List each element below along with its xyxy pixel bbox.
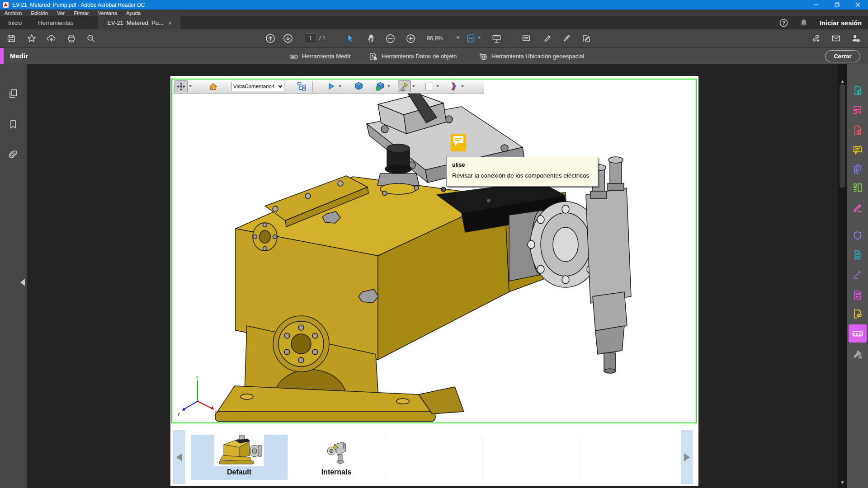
- attachments-icon[interactable]: [6, 148, 20, 162]
- orbit-dropdown-caret[interactable]: [189, 85, 192, 87]
- render-dropdown-caret[interactable]: [387, 85, 390, 87]
- favorites-star-icon[interactable]: [24, 31, 39, 46]
- right-tools-rail: [847, 64, 868, 488]
- view-cell-internals[interactable]: Internals: [288, 435, 385, 480]
- combine-files-icon[interactable]: [852, 163, 863, 175]
- print-icon[interactable]: [64, 31, 79, 46]
- measure-tool-button[interactable]: Herramienta Medir: [288, 48, 351, 65]
- menu-firmar[interactable]: Firmar: [74, 10, 89, 16]
- stamp-icon[interactable]: [852, 289, 863, 301]
- sign-in-link[interactable]: Iniciar sesión: [820, 19, 862, 27]
- notifications-bell-icon[interactable]: [800, 19, 808, 27]
- comment-note-icon[interactable]: [451, 134, 466, 151]
- tab-herramientas[interactable]: Herramientas: [30, 16, 81, 29]
- share-cloud-icon[interactable]: [44, 31, 58, 46]
- page-count-label: / 1: [319, 35, 326, 42]
- lighting-dropdown-caret[interactable]: [412, 85, 415, 87]
- section-dropdown-caret[interactable]: [461, 85, 464, 87]
- collapse-panel-arrow[interactable]: [20, 279, 25, 286]
- measure-bar: Medir Herramienta Medir Herramienta Dato…: [0, 47, 868, 64]
- scroll-down-icon[interactable]: ▼: [838, 478, 847, 486]
- restore-button[interactable]: [826, 0, 847, 9]
- more-tools-icon[interactable]: [852, 348, 863, 360]
- bookmarks-icon[interactable]: [6, 117, 20, 131]
- object-data-tool-button[interactable]: Herramienta Datos de objeto: [368, 48, 457, 65]
- menu-ver[interactable]: Ver: [57, 10, 65, 16]
- fill-sign-icon[interactable]: [579, 31, 594, 46]
- menu-ventana[interactable]: Ventana: [98, 10, 117, 16]
- page-up-icon[interactable]: [263, 31, 278, 46]
- tab-inicio[interactable]: Inicio: [0, 16, 30, 29]
- highlighter-icon[interactable]: [540, 31, 555, 46]
- create-pdf-icon[interactable]: [852, 124, 863, 136]
- view-cell-default[interactable]: Default: [191, 435, 288, 480]
- fill-and-sign-icon[interactable]: [852, 202, 863, 214]
- page-down-icon[interactable]: [281, 31, 295, 46]
- minimize-button[interactable]: [806, 0, 826, 9]
- display-mode-icon[interactable]: [489, 31, 504, 46]
- measure-bar-title: Medir: [10, 52, 28, 60]
- fit-dropdown-caret[interactable]: [477, 37, 481, 39]
- comment-tool-icon[interactable]: [852, 144, 863, 156]
- share-link-icon[interactable]: [809, 31, 823, 46]
- fit-page-icon[interactable]: [464, 31, 478, 46]
- lighting-lamp-icon[interactable]: [398, 80, 411, 92]
- play-animation-icon[interactable]: [326, 80, 337, 92]
- view-cell-empty-1[interactable]: [385, 435, 482, 480]
- hand-pan-icon[interactable]: [364, 31, 379, 46]
- render-cube-icon[interactable]: [353, 80, 365, 92]
- edit-pdf-icon[interactable]: [852, 104, 863, 116]
- menu-edicion[interactable]: Edición: [31, 10, 48, 16]
- send-for-comments-icon[interactable]: [852, 308, 863, 320]
- select-cursor-icon[interactable]: [343, 31, 358, 46]
- views-carousel: Default Internals: [170, 429, 698, 486]
- sticky-note-icon[interactable]: [519, 31, 533, 46]
- invite-person-icon[interactable]: [849, 31, 863, 46]
- compress-pdf-icon[interactable]: [852, 249, 863, 261]
- help-icon[interactable]: ?: [779, 19, 788, 27]
- page-thumbnails-icon[interactable]: [6, 87, 20, 100]
- zoom-out-icon[interactable]: [383, 31, 397, 46]
- cross-section-icon[interactable]: [448, 80, 460, 92]
- certificates-icon[interactable]: [852, 269, 863, 281]
- annotation-3d[interactable]: VistaComentario4: [171, 79, 697, 423]
- background-dropdown-caret[interactable]: [436, 85, 439, 87]
- sign-pen-icon[interactable]: [560, 31, 574, 46]
- pump-3d-model[interactable]: [172, 80, 696, 422]
- protect-shield-icon[interactable]: [852, 230, 863, 242]
- close-button[interactable]: [847, 0, 868, 9]
- zoom-dropdown-caret[interactable]: [456, 37, 460, 39]
- ruler-icon: [288, 52, 299, 61]
- acrobat-logo-icon: [3, 2, 9, 8]
- view-cell-empty-2[interactable]: [482, 435, 579, 480]
- view-select[interactable]: VistaComentario4: [231, 82, 284, 91]
- orbit-navigate-icon[interactable]: [175, 80, 188, 92]
- carousel-right-arrow[interactable]: [681, 430, 693, 484]
- render-cube-parts-icon[interactable]: [374, 80, 386, 92]
- close-measure-button[interactable]: Cerrar: [825, 50, 860, 62]
- background-color-swatch[interactable]: [424, 80, 435, 92]
- model-tree-icon[interactable]: [295, 80, 308, 92]
- measure-tool-active[interactable]: [849, 324, 867, 343]
- export-pdf-icon[interactable]: [852, 84, 863, 96]
- zoom-level-value[interactable]: 96,9%: [427, 35, 443, 42]
- zoom-in-icon[interactable]: [403, 31, 418, 46]
- view-cell-empty-3[interactable]: [579, 435, 676, 480]
- vertical-scrollbar[interactable]: ▲ ▼: [838, 64, 847, 488]
- email-icon[interactable]: [829, 31, 843, 46]
- tab-document[interactable]: EV-21_Metered_Pu... ×: [99, 16, 180, 29]
- geospatial-tool-button[interactable]: Herramienta Ubicación geoespacial: [478, 48, 584, 65]
- play-dropdown-caret[interactable]: [339, 85, 341, 87]
- page-number-input[interactable]: [305, 33, 316, 43]
- tab-close-icon[interactable]: ×: [168, 19, 172, 27]
- save-icon[interactable]: [4, 31, 19, 46]
- menu-ayuda[interactable]: Ayuda: [126, 10, 141, 16]
- main-toolbar: / 1 96,9%: [0, 29, 868, 47]
- scrollbar-thumb[interactable]: [840, 84, 845, 188]
- organize-pages-icon[interactable]: [852, 182, 863, 193]
- carousel-left-arrow[interactable]: [173, 430, 185, 484]
- find-icon[interactable]: [84, 31, 98, 46]
- menu-archivo[interactable]: Archivo: [5, 10, 22, 16]
- home-view-icon[interactable]: [207, 80, 219, 92]
- measure-accent: [0, 48, 4, 65]
